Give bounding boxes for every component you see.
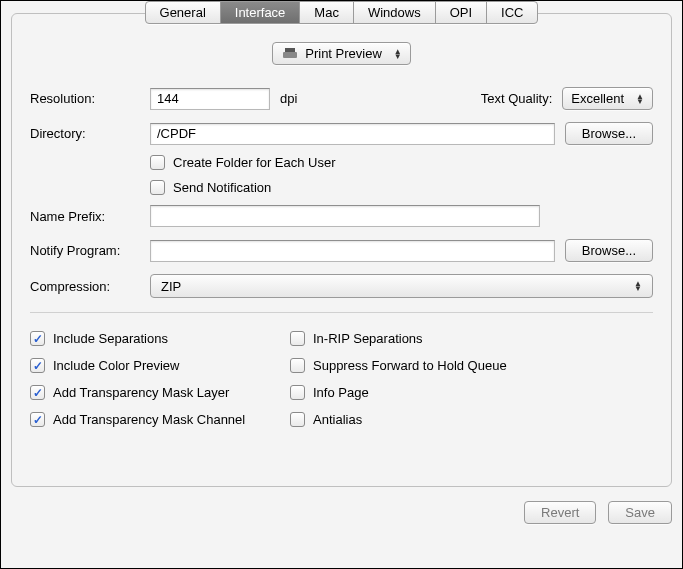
name-prefix-input[interactable] xyxy=(150,205,540,227)
text-quality-select[interactable]: Excellent ▲▼ xyxy=(562,87,653,110)
add-mask-layer-checkbox[interactable]: Add Transparency Mask Layer xyxy=(30,385,280,400)
tab-icc[interactable]: ICC xyxy=(487,2,537,23)
compression-label: Compression: xyxy=(30,279,140,294)
create-folder-label: Create Folder for Each User xyxy=(173,155,336,170)
info-page-checkbox[interactable]: Info Page xyxy=(290,385,653,400)
send-notification-checkbox[interactable]: Send Notification xyxy=(150,180,653,195)
save-button[interactable]: Save xyxy=(608,501,672,524)
info-page-label: Info Page xyxy=(313,385,369,400)
checkbox-icon xyxy=(290,412,305,427)
section-select[interactable]: Print Preview ▲▼ xyxy=(272,42,411,65)
in-rip-label: In-RIP Separations xyxy=(313,331,423,346)
notify-program-input[interactable] xyxy=(150,240,555,262)
tab-windows[interactable]: Windows xyxy=(354,2,436,23)
interface-panel: Print Preview ▲▼ Resolution: dpi Text Qu… xyxy=(11,13,672,487)
suppress-forward-checkbox[interactable]: Suppress Forward to Hold Queue xyxy=(290,358,653,373)
footer: Revert Save xyxy=(11,501,672,524)
printer-icon xyxy=(283,48,297,60)
tab-opi[interactable]: OPI xyxy=(436,2,487,23)
tabs-rail: General Interface Mac Windows OPI ICC xyxy=(11,1,672,24)
divider xyxy=(30,312,653,313)
checkbox-icon xyxy=(30,385,45,400)
text-quality-value: Excellent xyxy=(571,91,624,106)
updown-icon: ▲▼ xyxy=(394,49,402,59)
add-mask-channel-label: Add Transparency Mask Channel xyxy=(53,412,245,427)
compression-value: ZIP xyxy=(161,279,181,294)
section-select-label: Print Preview xyxy=(305,46,382,61)
revert-button[interactable]: Revert xyxy=(524,501,596,524)
antialias-checkbox[interactable]: Antialias xyxy=(290,412,653,427)
browse-directory-button[interactable]: Browse... xyxy=(565,122,653,145)
tab-interface[interactable]: Interface xyxy=(221,2,301,23)
name-prefix-label: Name Prefix: xyxy=(30,209,140,224)
resolution-input[interactable] xyxy=(150,88,270,110)
checkbox-icon xyxy=(30,358,45,373)
antialias-label: Antialias xyxy=(313,412,362,427)
include-separations-label: Include Separations xyxy=(53,331,168,346)
include-color-preview-label: Include Color Preview xyxy=(53,358,179,373)
checkbox-icon xyxy=(290,331,305,346)
preferences-window: General Interface Mac Windows OPI ICC Pr… xyxy=(0,0,683,569)
notify-program-label: Notify Program: xyxy=(30,243,140,258)
updown-icon: ▲▼ xyxy=(634,281,642,291)
checkbox-icon xyxy=(150,180,165,195)
include-color-preview-checkbox[interactable]: Include Color Preview xyxy=(30,358,280,373)
browse-notify-button[interactable]: Browse... xyxy=(565,239,653,262)
checkbox-icon xyxy=(30,331,45,346)
checkbox-icon xyxy=(150,155,165,170)
compression-select[interactable]: ZIP ▲▼ xyxy=(150,274,653,298)
suppress-forward-label: Suppress Forward to Hold Queue xyxy=(313,358,507,373)
tab-bar: General Interface Mac Windows OPI ICC xyxy=(145,1,539,24)
checkbox-icon xyxy=(30,412,45,427)
in-rip-checkbox[interactable]: In-RIP Separations xyxy=(290,331,653,346)
text-quality-label: Text Quality: xyxy=(481,91,553,106)
create-folder-checkbox[interactable]: Create Folder for Each User xyxy=(150,155,653,170)
tab-mac[interactable]: Mac xyxy=(300,2,354,23)
directory-input[interactable] xyxy=(150,123,555,145)
include-separations-checkbox[interactable]: Include Separations xyxy=(30,331,280,346)
add-mask-channel-checkbox[interactable]: Add Transparency Mask Channel xyxy=(30,412,280,427)
resolution-unit: dpi xyxy=(280,91,297,106)
add-mask-layer-label: Add Transparency Mask Layer xyxy=(53,385,229,400)
tab-general[interactable]: General xyxy=(146,2,221,23)
options-grid: Include Separations In-RIP Separations I… xyxy=(30,331,653,427)
checkbox-icon xyxy=(290,358,305,373)
checkbox-icon xyxy=(290,385,305,400)
send-notification-label: Send Notification xyxy=(173,180,271,195)
updown-icon: ▲▼ xyxy=(636,94,644,104)
resolution-label: Resolution: xyxy=(30,91,140,106)
directory-label: Directory: xyxy=(30,126,140,141)
